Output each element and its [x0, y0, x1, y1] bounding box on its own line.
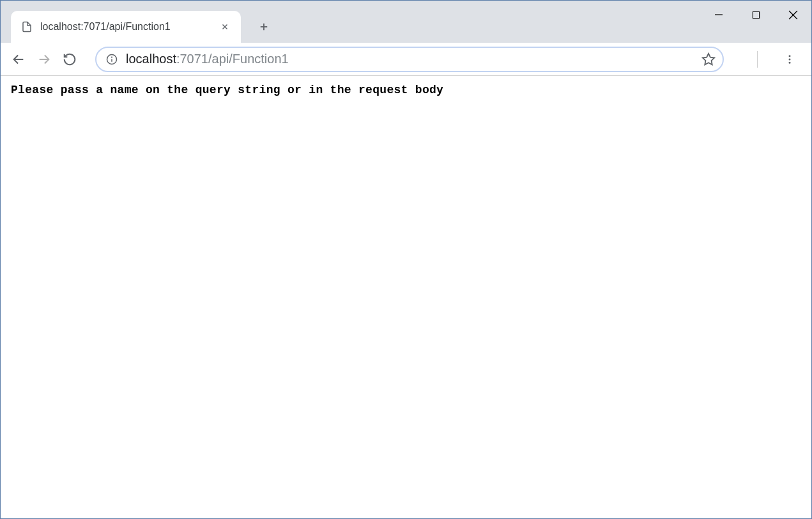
reload-button[interactable]	[58, 48, 81, 71]
browser-chrome: localhost:7071/api/Function1	[1, 1, 811, 76]
minimize-button[interactable]	[700, 1, 737, 29]
toolbar: localhost:7071/api/Function1	[1, 43, 811, 76]
browser-tab[interactable]: localhost:7071/api/Function1	[11, 11, 241, 43]
response-body-text: Please pass a name on the query string o…	[11, 84, 443, 96]
window-controls	[700, 1, 811, 29]
url-display[interactable]: localhost:7071/api/Function1	[126, 52, 700, 66]
svg-rect-5	[753, 11, 759, 18]
url-host: localhost	[126, 52, 176, 66]
new-tab-button[interactable]	[252, 15, 275, 38]
menu-button[interactable]	[778, 48, 801, 71]
close-tab-button[interactable]	[219, 21, 231, 33]
maximize-button[interactable]	[737, 1, 774, 29]
bookmark-button[interactable]	[700, 50, 717, 68]
file-icon	[21, 21, 33, 33]
svg-point-14	[789, 55, 791, 57]
tab-title: localhost:7071/api/Function1	[40, 21, 219, 33]
tab-strip: localhost:7071/api/Function1	[1, 1, 811, 43]
close-window-button[interactable]	[774, 1, 811, 29]
back-button[interactable]	[7, 48, 30, 71]
svg-point-16	[789, 61, 791, 63]
page-content: Please pass a name on the query string o…	[1, 76, 811, 104]
svg-marker-13	[703, 53, 714, 64]
forward-button[interactable]	[33, 48, 56, 71]
address-bar[interactable]: localhost:7071/api/Function1	[95, 47, 724, 72]
toolbar-separator	[757, 51, 758, 68]
svg-point-12	[112, 57, 112, 57]
svg-point-15	[789, 58, 791, 60]
info-icon[interactable]	[105, 53, 118, 66]
url-rest: :7071/api/Function1	[176, 52, 289, 66]
